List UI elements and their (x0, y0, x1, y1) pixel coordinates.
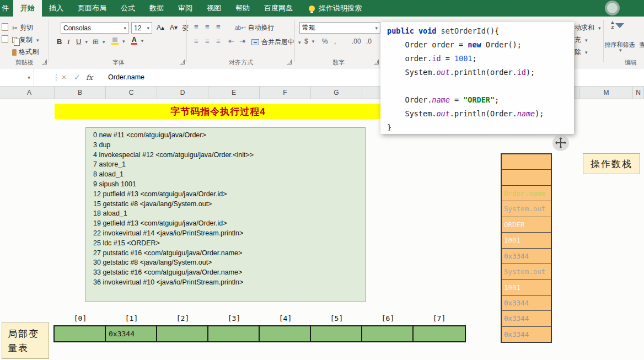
ribbon-tab-bar: 件开始插入页面布局公式数据审阅视图帮助百度网盘 操作说明搜索 (0, 0, 644, 17)
ribbon-tab-insert[interactable]: 插入 (42, 0, 71, 17)
localvar-cell[interactable] (208, 326, 260, 341)
bold-button[interactable]: B (57, 37, 62, 46)
ribbon-tab-view[interactable]: 视图 (200, 0, 228, 17)
phonetic-guide-button[interactable]: 变 (182, 24, 189, 33)
stack-cell[interactable] (502, 154, 551, 170)
insert-function-icon[interactable]: fx (86, 68, 93, 86)
column-header-C[interactable]: C (106, 87, 157, 99)
column-header-G[interactable]: G (311, 87, 362, 99)
stack-cell[interactable]: Order.name (502, 186, 551, 201)
find-select-label[interactable]: 查 (638, 41, 644, 49)
localvar-cell[interactable] (414, 326, 465, 341)
borders-button[interactable]: ⊞ ▾ (93, 37, 105, 46)
font-size-combo[interactable]: 12 ▾ (131, 22, 152, 34)
bytecode-line: 18 aload_1 (93, 209, 365, 219)
align-middle-button[interactable]: ≡ (205, 23, 210, 30)
bytecode-box[interactable]: 0 new #11 <com/atguigu/java/Order>3 dup4… (85, 127, 366, 302)
stack-cell[interactable]: 0x3344 (502, 295, 551, 311)
column-header-A[interactable]: A (4, 87, 55, 99)
ribbon-tab-file[interactable]: 件 (0, 0, 13, 17)
stack-cell[interactable] (502, 170, 551, 185)
stack-cell[interactable]: ORDER (502, 217, 551, 233)
column-header-N[interactable]: N (633, 87, 644, 99)
cancel-icon[interactable]: × (62, 68, 66, 86)
align-right-button[interactable]: ≡ (216, 37, 221, 45)
alignment-dialog-launcher[interactable] (287, 60, 292, 65)
enter-icon[interactable]: ✓ (74, 68, 80, 86)
column-header-E[interactable]: E (208, 87, 260, 99)
ribbon-tab-formulas[interactable]: 公式 (114, 0, 142, 17)
copy-button[interactable]: 复制 ▾ (12, 35, 39, 45)
fill-color-button[interactable]: ▾ (111, 37, 125, 45)
stack-cell[interactable]: 1001 (502, 233, 551, 248)
localvar-label[interactable]: 局部变 量表 (2, 323, 49, 359)
localvar-cell[interactable] (157, 326, 208, 341)
sort-filter-chevron[interactable]: ▾ (618, 47, 622, 53)
chevron-down-icon: ▾ (598, 25, 601, 31)
localvar-cell[interactable] (311, 326, 362, 341)
column-header-F[interactable]: F (260, 87, 311, 99)
align-center-button[interactable]: ≡ (205, 37, 210, 45)
stack-cell[interactable]: 0x3344 (502, 249, 551, 264)
font-color-button[interactable]: A ▾ (131, 37, 143, 45)
cut-button[interactable]: ✂ 剪切 (12, 23, 33, 33)
font-family-combo[interactable]: Consolas ▾ (61, 22, 129, 34)
decrease-indent-button[interactable]: ⇤ (228, 37, 234, 45)
name-box[interactable]: ▾ (0, 68, 34, 86)
paste-icon[interactable] (2, 23, 8, 31)
stack-cell[interactable]: 0x3344 (502, 311, 551, 326)
wrap-text-button[interactable]: ab↩ 自动换行 (235, 23, 275, 33)
decrease-decimal-button[interactable]: .0 (366, 37, 372, 45)
formula-content[interactable]: Order.name (108, 68, 144, 86)
localvar-cell[interactable] (362, 326, 414, 341)
ribbon-tab-home[interactable]: 开始 (13, 0, 42, 17)
align-left-button[interactable]: ≡ (194, 37, 198, 45)
increase-font-button[interactable]: A▴ (157, 24, 164, 31)
decrease-font-button[interactable]: A▾ (170, 24, 178, 31)
column-header-M[interactable]: M (580, 87, 633, 99)
fill-button[interactable]: 充 ▾ (575, 35, 588, 45)
ribbon-tab-help[interactable]: 帮助 (228, 0, 257, 17)
stack-cell[interactable]: 1001 (502, 280, 551, 295)
code-panel[interactable]: public void setOrderId(){ Order order = … (380, 22, 574, 134)
ribbon-tab-baidu-netdisk[interactable]: 百度网盘 (257, 0, 300, 17)
localvar-cell[interactable] (55, 326, 106, 341)
column-header-D[interactable]: D (157, 87, 208, 99)
format-painter-button[interactable]: 格式刷 (12, 47, 39, 57)
code-line: public void setOrderId(){ (387, 24, 574, 38)
merge-center-button[interactable]: 合并后居中 ▾ (251, 37, 301, 47)
paste-options-icon[interactable] (2, 35, 8, 43)
ribbon-tab-page-layout[interactable]: 页面布局 (71, 0, 114, 17)
increase-decimal-button[interactable]: .00 (352, 37, 361, 45)
code-token: (){ (486, 26, 499, 35)
comma-style-button[interactable]: , (334, 37, 336, 45)
clipboard-dialog-launcher[interactable] (42, 60, 47, 65)
sheet-area[interactable]: 字节码指令执行过程4 0 new #11 <com/atguigu/java/O… (0, 99, 644, 360)
number-format-combo[interactable]: 常规 ▾ (299, 22, 380, 34)
underline-button[interactable]: U ▾ (76, 37, 88, 46)
accounting-format-button[interactable]: $ ▾ (304, 37, 314, 45)
clear-button[interactable]: 除 ▾ (575, 47, 588, 57)
code-token: Order. (387, 95, 432, 104)
increase-indent-button[interactable]: ⇥ (239, 37, 245, 45)
ribbon-tab-data[interactable]: 数据 (142, 0, 171, 17)
stack-cell[interactable]: 0x3344 (502, 327, 551, 342)
tell-me-search[interactable]: 操作说明搜索 (309, 0, 362, 17)
align-top-button[interactable]: ≡ (194, 23, 198, 30)
clear-label: 除 (575, 47, 581, 57)
ribbon-tab-review[interactable]: 审阅 (171, 0, 200, 17)
sort-filter-button[interactable]: AZ (611, 21, 624, 30)
italic-button[interactable]: I (67, 37, 69, 46)
column-header-B[interactable]: B (55, 87, 106, 99)
font-dialog-launcher[interactable] (180, 60, 185, 65)
align-bottom-button[interactable]: ≡ (216, 23, 221, 30)
italic-icon: I (67, 37, 69, 46)
operand-stack-label[interactable]: 操作数栈 (583, 153, 640, 174)
percent-style-button[interactable]: % (322, 37, 328, 45)
localvar-cell[interactable]: 0x3344 (106, 326, 157, 341)
stack-cell[interactable]: System.out (502, 201, 551, 217)
localvar-cell[interactable] (260, 326, 311, 341)
number-dialog-launcher[interactable] (374, 60, 379, 65)
autosum-button[interactable]: 动求和 ▾ (575, 23, 601, 33)
stack-cell[interactable]: System.out (502, 264, 551, 280)
